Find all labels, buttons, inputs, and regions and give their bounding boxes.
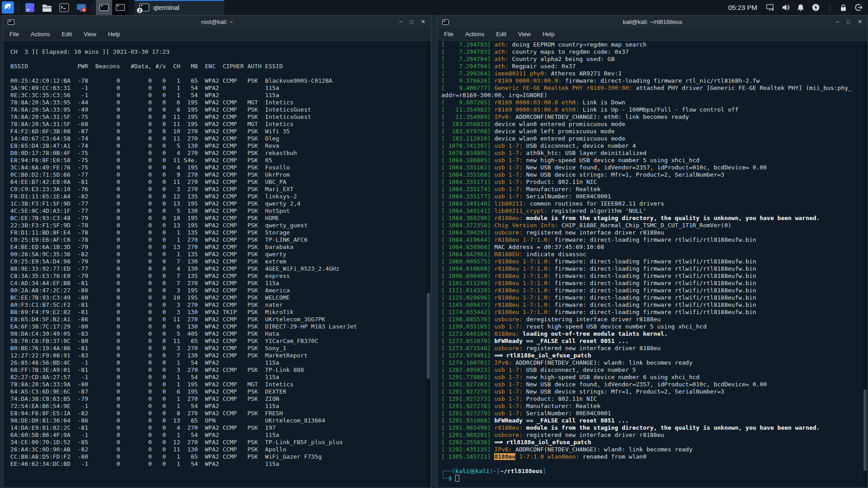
- log-line: [ 1291.931008] bFWReady == _FALSE call r…: [438, 417, 868, 424]
- log-line: [ 1273.640184] 8188eu: loading out-of-tr…: [438, 330, 868, 338]
- log-line: [ 1292.435135] IPv6: ADDRCONF(NETDEV_CHA…: [438, 446, 868, 453]
- scrollbar-thumb[interactable]: [863, 389, 867, 471]
- minimize-button[interactable]: –: [836, 16, 839, 28]
- terminal-cursor: [455, 475, 459, 482]
- prompt-frame: └─: [441, 475, 448, 482]
- kernel-log: [ 7.294793] ath: doing EEPROM country→re…: [438, 41, 868, 460]
- log-line: [ 1084.349141] lib80211_crypt: registere…: [438, 207, 868, 215]
- log-line: [ 7.294793] ath: country maps to regdmn …: [438, 48, 868, 56]
- kali-menu-button[interactable]: [0, 0, 15, 15]
- panel-separator: [93, 3, 93, 12]
- tray-separator: [830, 3, 830, 12]
- close-button[interactable]: ✕: [421, 16, 425, 28]
- window-count-badge: 2: [137, 7, 143, 14]
- log-line: [ 1291.927276] usb 1-7: Manufacturer: Re…: [438, 403, 868, 410]
- logout-icon[interactable]: [854, 3, 863, 12]
- log-line: [ 9.376626] r8169 0000:03:00.0: firmware…: [438, 77, 868, 84]
- maximize-button[interactable]: □: [410, 16, 413, 28]
- scrollbar[interactable]: [426, 42, 430, 487]
- menu-help[interactable]: Help: [108, 31, 120, 38]
- log-line: [ 1291.778801] usb 1-7: new high-speed U…: [438, 374, 868, 381]
- log-line: [ 1084.335168] usb 1-7: New USB device s…: [438, 171, 868, 178]
- volume-icon[interactable]: [781, 3, 790, 12]
- log-line: [ 1084.842961] R8188EU: indicate disasso…: [438, 251, 868, 258]
- menu-view[interactable]: View: [518, 31, 531, 38]
- menu-view[interactable]: View: [84, 31, 96, 38]
- window-title: root@kali: ~: [3, 19, 431, 25]
- titlebar[interactable]: kali@kali: ~/rtl8188eus – □ ✕: [438, 16, 868, 28]
- window-title: kali@kali: ~/rtl8188eus: [438, 19, 868, 25]
- launcher-files[interactable]: [21, 0, 38, 15]
- log-line: [ 1084.335161] usb 1-7: New USB device f…: [438, 164, 868, 171]
- log-line: [ 1084.335177] usb 1-7: SerialNumber: 00…: [438, 193, 868, 200]
- log-line: [ 1305.345721] 8188eu 1-7:1.0 wlan0mon: …: [438, 453, 868, 460]
- log-line: [ 1292.255636] ⟹ rtl8188e_iol_efuse_patc…: [438, 439, 868, 446]
- log-line: [ 9.406777] Generic FE-GE Realtek PHY r8…: [438, 84, 868, 92]
- log-line: [ 1078.834895] usb 1-7: ath9k_htc: USB l…: [438, 150, 868, 157]
- notifications-icon[interactable]: [797, 4, 805, 12]
- menu-actions[interactable]: Actions: [31, 31, 50, 38]
- terminal-window-airodump[interactable]: root@kali: ~ – □ ✕ FileActionsEditViewHe…: [3, 15, 431, 488]
- prompt-frame: ]: [542, 468, 546, 474]
- prompt-frame: )-[: [490, 468, 500, 474]
- airodump-table: CH 3 ][ Elapsed: 10 mins ][ 2021-03-30 1…: [3, 41, 431, 468]
- launcher-screen-recorder[interactable]: [73, 0, 90, 15]
- panel-separator: [18, 3, 19, 12]
- workspace-terminal-icon: [116, 4, 125, 11]
- log-line: [ 1291.927279] usb 1-7: SerialNumber: 00…: [438, 410, 868, 417]
- menu-file[interactable]: File: [9, 31, 19, 38]
- titlebar[interactable]: root@kali: ~ – □ ✕: [3, 16, 431, 28]
- log-line: [ 11.354989] IPv6: ADDRCONF(NETDEV_CHANG…: [438, 113, 868, 121]
- menu-file[interactable]: File: [444, 31, 453, 38]
- menubar: FileActionsEditViewHelp: [3, 28, 431, 41]
- log-line: [ 9.607265] r8169 0000:03:00.0 eth0: Lin…: [438, 99, 868, 106]
- prompt-user: kali㉿kali: [455, 468, 490, 474]
- launcher-folder[interactable]: [38, 0, 56, 15]
- power-manager-icon[interactable]: [811, 3, 820, 12]
- taskbar-item-qterminal[interactable]: 2 qterminal: [135, 0, 224, 15]
- files-icon: [24, 2, 35, 13]
- display-settings-icon[interactable]: [766, 3, 774, 12]
- log-line: [ 1199.035185] usb 1-7: reset high-speed…: [438, 323, 868, 330]
- menubar: FileActionsEditViewHelp: [438, 28, 868, 41]
- log-line: [ 1111.014320] r8188eu 1-7:1.0: firmware…: [438, 287, 868, 294]
- log-line: [ 7.294794] ath: Country alpha2 being us…: [438, 56, 868, 63]
- log-line: [ 183.112010] device wlan0 entered promi…: [438, 135, 868, 142]
- log-line: [ 183.079708] device wlan0 left promiscu…: [438, 128, 868, 135]
- terminal-window-dmesg[interactable]: kali@kali: ~/rtl8188eus – □ ✕ FileAction…: [437, 15, 868, 488]
- blank-line: [438, 460, 868, 468]
- taskbar-label: qterminal: [153, 4, 179, 11]
- workspace-1[interactable]: [96, 0, 112, 15]
- log-line: [ 1291.927263] usb 1-7: New USB device f…: [438, 381, 868, 388]
- log-line: [ 7.294793] ath: doing EEPROM country→re…: [438, 41, 868, 48]
- clock[interactable]: 05:23 PM: [728, 4, 757, 11]
- log-line: [ 1287.495023] usb 1-7: USB disconnect, …: [438, 366, 868, 374]
- log-line: [ 1096.696409] r8188eu 1-7:1.0: firmware…: [438, 272, 868, 280]
- log-line: [ 11.354982] r8169 0000:03:00.0 eth0: Li…: [438, 106, 868, 113]
- log-line: [ 1291.969291] usbcore: registered new i…: [438, 432, 868, 439]
- terminal-icon: [59, 2, 70, 13]
- prompt-path: ~/rtl8188eus: [500, 468, 542, 474]
- menu-help[interactable]: Help: [542, 31, 555, 38]
- prompt-line-2[interactable]: └─$: [438, 475, 868, 482]
- log-line: [ 1084.372358] Chip Version Info: CHIP_8…: [438, 222, 868, 229]
- launcher-terminal[interactable]: [56, 0, 73, 15]
- menu-edit[interactable]: Edit: [496, 31, 506, 38]
- airodump-output[interactable]: CH 3 ][ Elapsed: 10 mins ][ 2021-03-30 1…: [3, 41, 431, 488]
- log-line: [ 1084.394291] usbcore: registered new i…: [438, 229, 868, 236]
- workspace-2[interactable]: [112, 0, 128, 15]
- scrollbar[interactable]: [863, 42, 867, 487]
- workspace-terminal-icon: [99, 4, 108, 11]
- log-line: [ 1084.349140] lib80211: common routines…: [438, 200, 868, 207]
- scrollbar-thumb[interactable]: [427, 293, 430, 379]
- minimize-button[interactable]: –: [399, 16, 402, 28]
- log-line: [ 1084.419644] r8188eu 1-7:1.0: firmware…: [438, 236, 868, 244]
- lock-icon[interactable]: [840, 4, 847, 12]
- dmesg-output[interactable]: [ 7.294793] ath: doing EEPROM country→re…: [438, 41, 868, 488]
- menu-edit[interactable]: Edit: [62, 31, 72, 38]
- top-panel: 2 qterminal 05:23 PM: [0, 0, 868, 15]
- menu-actions[interactable]: Actions: [465, 31, 485, 38]
- close-button[interactable]: ✕: [858, 16, 862, 28]
- log-line: [ 183.058833] device wlan0 entered promi…: [438, 121, 868, 128]
- maximize-button[interactable]: □: [847, 16, 850, 28]
